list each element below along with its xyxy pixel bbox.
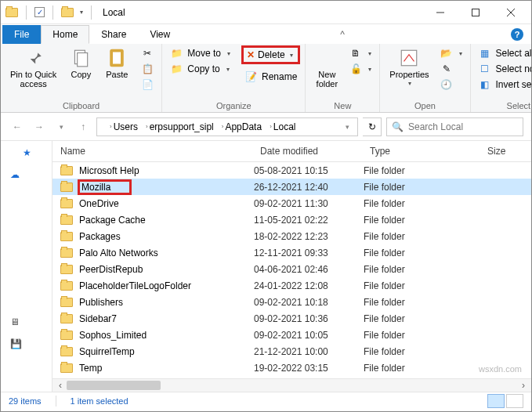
group-label: Open — [385, 99, 465, 112]
svg-rect-7 — [113, 52, 121, 64]
rename-button[interactable]: 📝 Rename — [241, 69, 300, 85]
search-input[interactable]: 🔍 Search Local — [386, 117, 523, 136]
thumbnails-view-button[interactable] — [506, 394, 523, 408]
new-folder-button[interactable]: New folder — [310, 45, 343, 91]
file-date: 09-02-2021 11:30 — [254, 198, 364, 209]
folder-icon — [60, 232, 73, 241]
file-date: 26-12-2021 12:40 — [254, 182, 364, 193]
file-date: 09-02-2021 10:36 — [254, 313, 364, 324]
breadcrumb-item[interactable]: ›erpsupport_sipl — [143, 121, 217, 132]
file-pane: Name Date modified Type Size Microsoft H… — [52, 141, 531, 392]
properties-button[interactable]: Properties▾ — [385, 45, 433, 90]
table-row[interactable]: OneDrive09-02-2021 11:30File folder — [52, 195, 531, 211]
table-row[interactable]: Package Cache11-05-2021 02:22File folder — [52, 211, 531, 228]
group-label: Clipboard — [5, 99, 157, 112]
col-size[interactable]: Size — [487, 146, 531, 157]
up-button[interactable]: ↑ — [74, 118, 92, 136]
qat-checkbox[interactable]: ✓ — [34, 7, 45, 17]
forward-button[interactable]: → — [31, 118, 48, 136]
cut-button[interactable]: ✂ — [138, 45, 157, 61]
back-button[interactable]: ← — [9, 118, 26, 136]
pin-to-quick-access-button[interactable]: Pin to Quick access — [5, 45, 61, 91]
copy-button[interactable]: Copy — [64, 45, 97, 81]
tab-file[interactable]: File — [2, 25, 41, 44]
select-all-button[interactable]: ▦Select all — [476, 45, 533, 61]
history-button[interactable]: 🕘 — [437, 77, 465, 92]
tab-view[interactable]: View — [138, 25, 182, 44]
paste-button[interactable]: Paste — [100, 45, 133, 81]
folder-icon — [60, 331, 73, 340]
onedrive-icon[interactable]: ☁ — [10, 169, 49, 180]
column-headers[interactable]: Name Date modified Type Size — [52, 141, 531, 162]
file-name: Microsoft Help — [79, 165, 139, 176]
file-type: File folder — [364, 346, 481, 357]
horizontal-scrollbar[interactable]: ‹› — [52, 378, 531, 392]
this-pc-icon[interactable]: 🖥 — [10, 316, 49, 327]
paste-icon — [105, 48, 128, 68]
select-none-icon: ☐ — [479, 63, 491, 75]
col-type[interactable]: Type — [370, 146, 487, 157]
table-row[interactable]: PlaceholderTileLogoFolder24-01-2022 12:0… — [52, 277, 531, 294]
move-to-button[interactable]: 📁 Move to▾ — [167, 45, 233, 61]
select-none-button[interactable]: ☐Select none — [476, 61, 533, 77]
nav-row: ← → ▾ ↑ ›Users ›erpsupport_sipl ›AppData… — [1, 113, 531, 141]
tab-home[interactable]: Home — [41, 25, 89, 44]
edit-button[interactable]: ✎ — [437, 61, 465, 77]
group-label: Select — [476, 99, 533, 112]
group-clipboard: Pin to Quick access Copy Paste ✂ 📋 📄 Cli… — [1, 44, 162, 112]
drive-icon[interactable]: 💾 — [10, 338, 49, 349]
group-organize: 📁 Move to▾ 📁 Copy to▾ ✕ Delete▾ 📝 Rename — [162, 44, 306, 112]
table-row[interactable]: Palo Alto Networks12-11-2021 09:33File f… — [52, 244, 531, 261]
group-new: New folder 🗎▾ 🔓▾ New — [306, 44, 380, 112]
file-type: File folder — [364, 313, 481, 324]
address-dropdown[interactable]: ▾ — [338, 118, 356, 136]
breadcrumb-item[interactable]: ›Users — [107, 121, 141, 132]
move-to-icon: 📁 — [170, 47, 183, 60]
window-title: Local — [103, 7, 125, 18]
copy-path-button[interactable]: 📋 — [138, 61, 157, 77]
table-row[interactable]: Temp19-02-2022 03:15File folder — [52, 360, 531, 376]
table-row[interactable]: Sidebar709-02-2021 10:36File folder — [52, 310, 531, 327]
maximize-button[interactable] — [458, 1, 493, 24]
file-name: Temp — [79, 363, 102, 374]
file-date: 12-11-2021 09:33 — [254, 248, 364, 258]
copy-to-icon: 📁 — [170, 63, 183, 75]
tab-share[interactable]: Share — [89, 25, 138, 44]
ribbon-collapse[interactable]: ^ — [333, 25, 352, 44]
table-row[interactable]: Mozilla26-12-2021 12:40File folder — [52, 179, 531, 195]
titlebar: ✓ ▾ Local — [1, 1, 531, 24]
table-row[interactable]: Packages18-02-2022 12:23File folder — [52, 228, 531, 244]
file-name: Palo Alto Networks — [79, 248, 158, 258]
refresh-button[interactable]: ↻ — [363, 117, 382, 136]
delete-button[interactable]: ✕ Delete▾ — [241, 45, 300, 64]
file-list[interactable]: Microsoft Help05-08-2021 10:15File folde… — [52, 162, 531, 378]
address-bar[interactable]: ›Users ›erpsupport_sipl ›AppData ›Local … — [96, 117, 358, 136]
table-row[interactable]: PeerDistRepub04-06-2021 02:46File folder — [52, 261, 531, 277]
file-type: File folder — [364, 297, 481, 308]
table-row[interactable]: Microsoft Help05-08-2021 10:15File folde… — [52, 162, 531, 179]
minimize-button[interactable] — [422, 1, 458, 24]
col-date[interactable]: Date modified — [260, 146, 370, 157]
col-name[interactable]: Name — [60, 146, 260, 157]
new-item-button[interactable]: 🗎▾ — [346, 45, 375, 61]
open-button[interactable]: 📂▾ — [437, 45, 465, 61]
close-button[interactable] — [493, 1, 528, 24]
details-view-button[interactable] — [487, 394, 505, 408]
breadcrumb-item[interactable]: ›AppData — [219, 121, 265, 132]
help-button[interactable]: ? — [508, 25, 527, 44]
new-item-icon: 🗎 — [349, 47, 362, 60]
qat-dropdown[interactable]: ▾ — [80, 9, 83, 16]
sidebar[interactable]: ★ ☁ 🖥 💾 — [1, 141, 52, 392]
easy-access-button[interactable]: 🔓▾ — [346, 61, 375, 77]
table-row[interactable]: Publishers09-02-2021 10:18File folder — [52, 294, 531, 310]
breadcrumb-item[interactable]: ›Local — [266, 121, 299, 132]
recent-locations[interactable]: ▾ — [52, 118, 70, 136]
paste-shortcut-button[interactable]: 📄 — [138, 77, 157, 92]
quick-access-icon[interactable]: ★ — [23, 147, 49, 158]
file-date: 09-02-2021 10:05 — [254, 330, 364, 341]
copy-to-button[interactable]: 📁 Copy to▾ — [167, 61, 233, 77]
table-row[interactable]: SquirrelTemp21-12-2021 10:00File folder — [52, 343, 531, 360]
invert-selection-button[interactable]: ◧Invert selection — [476, 77, 533, 92]
table-row[interactable]: Sophos_Limited09-02-2021 10:05File folde… — [52, 327, 531, 343]
copy-icon — [69, 48, 92, 68]
